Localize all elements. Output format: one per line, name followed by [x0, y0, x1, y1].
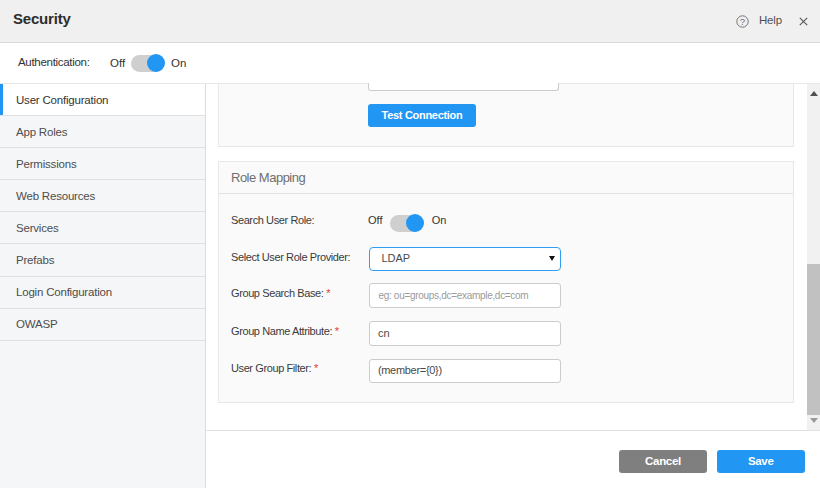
svg-text:?: ? — [740, 16, 745, 27]
